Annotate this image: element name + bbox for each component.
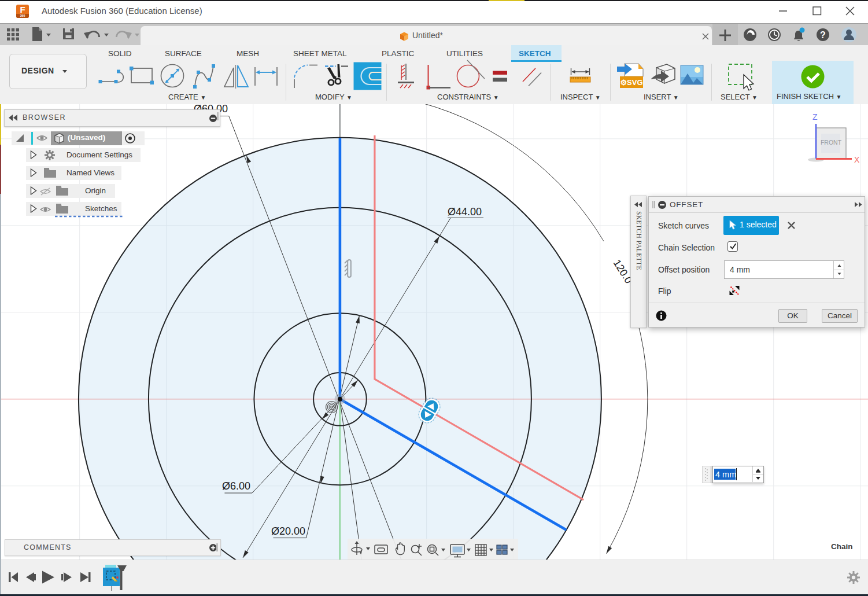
- svg-text:Z: Z: [812, 112, 818, 122]
- svg-text:⚙SVG: ⚙SVG: [620, 78, 642, 87]
- svg-text:X: X: [854, 155, 860, 164]
- svg-text:Ø20.00: Ø20.00: [271, 525, 305, 537]
- svg-text:Ø44.00: Ø44.00: [448, 206, 482, 218]
- svg-text:Ø6.00: Ø6.00: [222, 480, 250, 492]
- svg-text:?: ?: [820, 30, 826, 40]
- svg-text:FRONT: FRONT: [821, 139, 842, 146]
